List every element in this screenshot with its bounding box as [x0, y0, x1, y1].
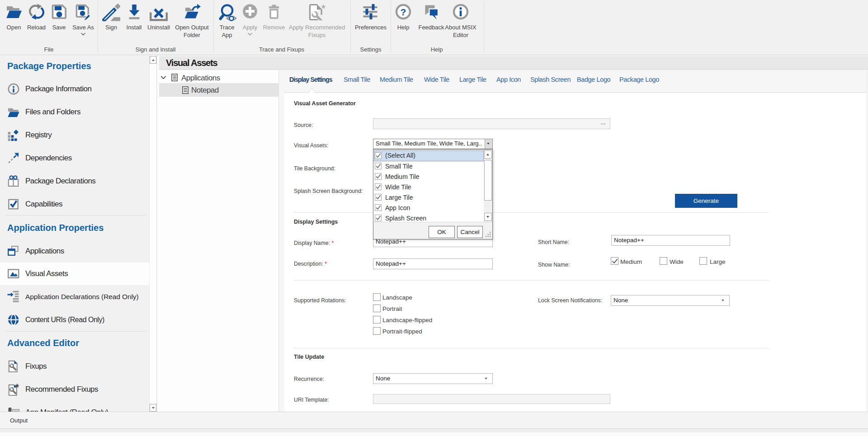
svg-text:?: ?: [401, 7, 406, 17]
